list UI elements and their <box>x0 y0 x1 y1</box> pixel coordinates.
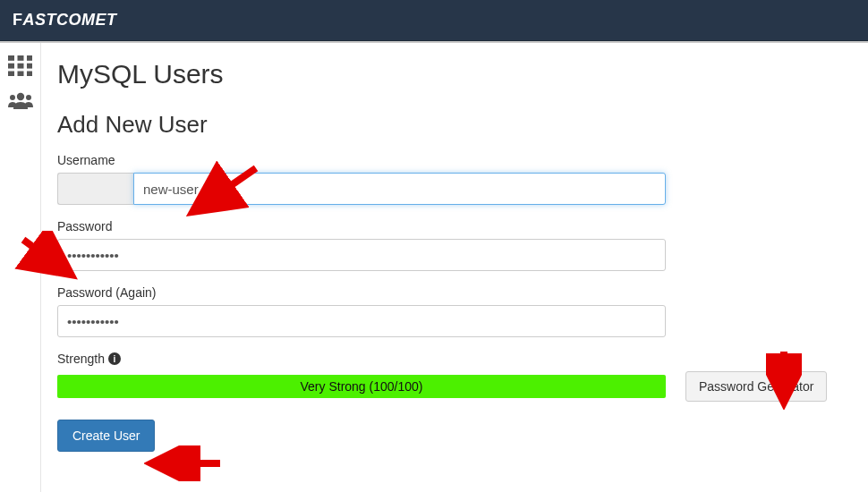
top-bar: FASTCOMET <box>0 0 868 41</box>
strength-meter: Very Strong (100/100) <box>57 375 666 398</box>
password-again-group: Password (Again) <box>57 285 848 337</box>
password-again-label: Password (Again) <box>57 285 848 300</box>
svg-rect-0 <box>8 55 14 61</box>
password-input[interactable] <box>57 239 666 271</box>
section-title: Add New User <box>57 111 848 139</box>
password-generator-button[interactable]: Password Generator <box>685 371 827 402</box>
strength-group: Strength i Very Strong (100/100) Passwor… <box>57 352 848 402</box>
svg-rect-2 <box>26 55 32 61</box>
svg-rect-5 <box>26 64 32 69</box>
svg-rect-4 <box>17 64 23 69</box>
svg-rect-7 <box>17 71 23 76</box>
strength-label: Strength i <box>57 352 848 366</box>
username-group: Username <box>57 153 848 205</box>
username-prefix <box>57 173 133 205</box>
password-group: Password <box>57 219 848 271</box>
sidebar <box>0 43 41 492</box>
username-label: Username <box>57 153 848 167</box>
main-content: MySQL Users Add New User Username Passwo… <box>41 43 868 492</box>
svg-point-11 <box>26 95 31 100</box>
svg-rect-3 <box>8 64 14 69</box>
brand-logo: FASTCOMET <box>13 11 117 30</box>
apps-grid-icon[interactable] <box>8 55 33 75</box>
password-label: Password <box>57 219 848 233</box>
svg-point-9 <box>16 93 23 100</box>
username-input[interactable] <box>133 173 666 205</box>
password-again-input[interactable] <box>57 305 666 337</box>
svg-rect-1 <box>17 55 23 61</box>
page-title: MySQL Users <box>57 59 848 89</box>
users-icon[interactable] <box>8 91 33 111</box>
svg-rect-6 <box>8 71 14 76</box>
info-icon[interactable]: i <box>108 352 121 365</box>
svg-rect-8 <box>26 71 32 76</box>
svg-point-10 <box>10 95 15 100</box>
create-user-button[interactable]: Create User <box>57 420 155 452</box>
